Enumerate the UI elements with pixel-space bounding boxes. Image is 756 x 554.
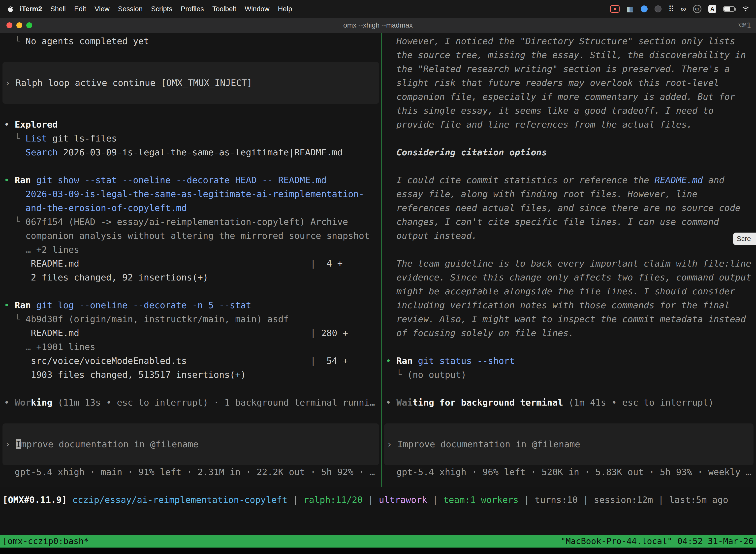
text-segment: Considering citation options — [386, 147, 547, 157]
screen-share-overlay-button[interactable]: Scre — [733, 233, 756, 245]
terminal-content: └ No agents completed yet› Ralph loop ac… — [0, 33, 756, 487]
text-segment: this single essay, it seems like a good … — [386, 106, 713, 116]
text-segment: … — [4, 342, 36, 352]
blue-app-icon[interactable] — [641, 5, 648, 12]
text-segment: README.md — [4, 258, 79, 269]
terminal-pane-left[interactable]: └ No agents completed yet› Ralph loop ac… — [0, 33, 381, 487]
infinity-icon[interactable]: ∞ — [681, 5, 686, 13]
terminal-blank-line — [386, 131, 756, 146]
text-segment: +1901 lines — [36, 342, 95, 352]
text-segment: the "Related research writing" section i… — [386, 64, 730, 74]
terminal-line: references need actual files, and since … — [386, 201, 756, 215]
dark-app-icon[interactable] — [654, 5, 662, 12]
text-segment: | — [363, 495, 379, 505]
text-segment: 2026-03-09-is-legal-the-same-as-legitima… — [58, 147, 343, 157]
text-segment: • — [4, 300, 15, 310]
apple-icon — [6, 5, 13, 13]
text-segment: (1m 41s • esc to interrupt) — [563, 397, 713, 407]
window-title: omx --xhigh --madmax — [0, 21, 756, 29]
terminal-line: I could cite commit statistics or refere… — [386, 173, 756, 187]
text-segment: | — [187, 356, 316, 366]
text-segment: README.md — [4, 328, 79, 338]
terminal-line: companion analysis without altering the … — [4, 229, 381, 243]
terminal-line: • Ran git show --stat --oneline --decora… — [4, 173, 381, 187]
terminal-line: Search 2026-03-09-is-legal-the-same-as-l… — [4, 146, 381, 159]
app-menu-title[interactable]: iTerm2 — [16, 5, 46, 13]
wifi-icon[interactable] — [742, 6, 750, 12]
terminal-blank-line — [4, 48, 381, 62]
text-segment: git ls-files — [47, 133, 117, 144]
terminal-line: changes, I can't cite specific file line… — [386, 215, 756, 229]
prompt-input[interactable]: › Improve documentation in @filename — [384, 424, 754, 465]
meter-icon[interactable]: 61 — [693, 5, 701, 13]
text-segment: 1903 files changed, 513517 insertions(+) — [4, 370, 246, 380]
recording-dot — [614, 8, 616, 10]
grid-icon[interactable]: ▦ — [627, 5, 633, 13]
text-segment: (no output) — [407, 370, 466, 380]
prompt-input[interactable]: › Improve documentation in @filename — [2, 424, 379, 465]
omx-status-line: [OMX#0.11.9] cczip/essay/ai-reimplementa… — [0, 493, 756, 507]
terminal-blank-line — [386, 409, 756, 424]
dots-grid-icon[interactable]: ⠿ — [669, 5, 674, 13]
text-segment: might be acceptable alongside the file l… — [386, 286, 735, 296]
text-segment: output instead. — [386, 231, 477, 241]
minimize-button[interactable] — [16, 22, 22, 28]
meter-value: 61 — [695, 7, 699, 11]
text-segment: including verification notes with those … — [386, 300, 730, 310]
text-segment: › — [5, 78, 16, 88]
text-segment: • — [4, 175, 15, 185]
terminal-line: … +1901 lines — [4, 340, 381, 354]
text-segment: src/voice/voiceModeEnabled.ts — [4, 356, 187, 366]
text-segment: and-the-erosion-of-copyleft.md — [4, 203, 187, 213]
text-segment: | — [519, 495, 535, 505]
terminal-line: slight risk that future readers may over… — [386, 76, 756, 90]
text-segment: › Improve documentation in @filename — [387, 439, 580, 449]
terminal-line: • Waiting for background terminal (1m 41… — [386, 396, 756, 409]
text-segment: git log --oneline --decorate -n 5 --stat — [36, 300, 251, 310]
text-segment: | — [288, 495, 304, 505]
text-segment: 280 + — [316, 328, 348, 338]
terminal-line: including verification notes with those … — [386, 298, 756, 312]
keyboard-layout-icon[interactable]: A — [708, 5, 716, 13]
text-segment: • — [4, 119, 15, 129]
text-segment: companion file, especially if more comme… — [386, 92, 735, 102]
menu-item-help[interactable]: Help — [273, 5, 296, 13]
menu-item-shell[interactable]: Shell — [46, 5, 70, 13]
terminal-line: … +2 lines — [4, 243, 381, 257]
text-segment: | — [79, 328, 316, 338]
battery-fill — [724, 7, 730, 11]
terminal-line: gpt-5.4 xhigh · 96% left · 520K in · 5.8… — [386, 465, 756, 479]
menu-item-edit[interactable]: Edit — [70, 5, 90, 13]
text-segment: • — [4, 397, 15, 407]
menu-item-window[interactable]: Window — [241, 5, 274, 13]
window-controls — [0, 22, 32, 28]
text-segment: └ — [4, 133, 25, 144]
text-segment: Wai — [396, 397, 413, 407]
menu-item-view[interactable]: View — [90, 5, 114, 13]
text-segment: git status --short — [418, 356, 515, 366]
terminal-line: review. Also, I might want to inspect th… — [386, 312, 756, 326]
text-segment: team:1 workers — [443, 495, 518, 505]
battery-icon[interactable] — [723, 6, 735, 12]
terminal-line: of focusing solely on file lines. — [386, 326, 756, 340]
close-button[interactable] — [6, 22, 12, 28]
terminal-pane-right[interactable]: However, I noticed the "Directory Struct… — [382, 33, 756, 487]
menu-item-profiles[interactable]: Profiles — [177, 5, 208, 13]
terminal-line: and-the-erosion-of-copyleft.md — [4, 201, 381, 215]
menu-item-session[interactable]: Session — [114, 5, 147, 13]
terminal-line: • Explored — [4, 118, 381, 131]
terminal-line: this single essay, it seems like a good … — [386, 104, 756, 118]
text-segment: +2 lines — [36, 244, 79, 255]
text-segment: 2 files changed, 92 insertions(+) — [4, 272, 208, 282]
apple-menu[interactable] — [6, 5, 13, 13]
text-segment: [OMX#0.11.9] — [2, 495, 72, 505]
terminal-blank-line — [386, 382, 756, 396]
screen-recording-icon[interactable] — [610, 5, 620, 13]
zoom-button[interactable] — [26, 22, 32, 28]
menu-item-toolbelt[interactable]: Toolbelt — [208, 5, 241, 13]
text-segment: However, I noticed the "Directory Struct… — [386, 36, 735, 46]
text-segment: gpt-5.4 xhigh · 96% left · 520K in · 5.8… — [386, 467, 751, 477]
terminal-line: README.md | 4 + — [4, 257, 381, 271]
ralph-loop-banner[interactable]: › Ralph loop active continue [OMX_TMUX_I… — [2, 62, 379, 104]
menu-item-scripts[interactable]: Scripts — [147, 5, 177, 13]
